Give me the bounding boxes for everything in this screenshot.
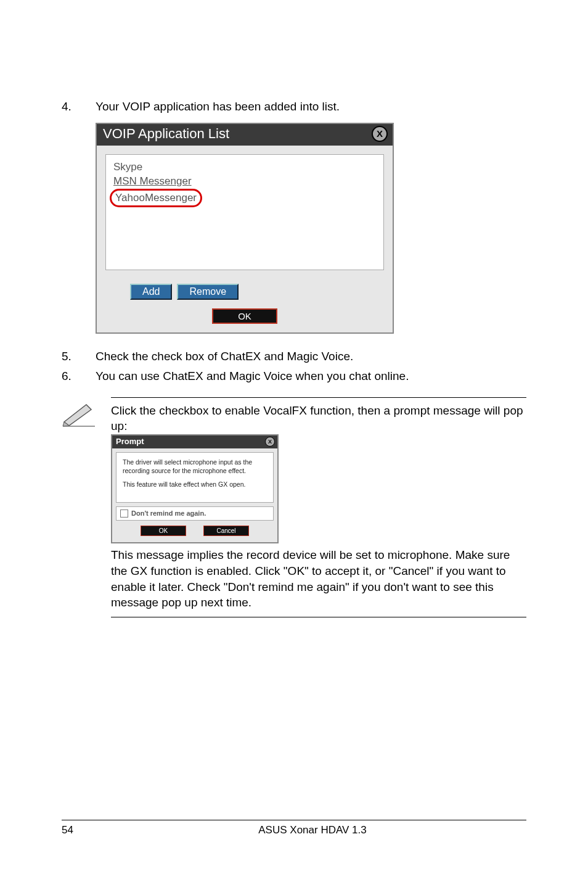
step-6-text: You can use ChatEX and Magic Voice when … [96,368,526,385]
step-6: 6. You can use ChatEX and Magic Voice wh… [62,368,526,385]
step-4-text: Your VOIP application has been added int… [96,99,526,115]
prompt-body: The driver will select microphone input … [112,448,277,543]
pencil-note-icon [62,397,97,617]
note-block: Click the checkbox to enable VocalFX fun… [62,397,526,617]
prompt-ok-button[interactable]: OK [141,526,186,537]
voip-dialog-body: Skype MSN Messenger YahooMessenger Add R… [97,146,393,332]
footer-title: ASUS Xonar HDAV 1.3 [99,824,526,836]
prompt-cancel-button[interactable]: Cancel [203,526,249,537]
dont-remind-label: Don't remind me again. [131,509,206,518]
list-item-highlighted[interactable]: YahooMessenger [110,189,202,207]
prompt-message-box: The driver will select microphone input … [116,452,274,503]
prompt-title: Prompt [116,436,144,447]
add-button[interactable]: Add [130,284,172,300]
voip-app-listbox[interactable]: Skype MSN Messenger YahooMessenger [105,154,384,270]
voip-dialog-titlebar: VOIP Application List X [97,124,393,146]
step-6-num: 6. [62,368,96,385]
ok-button[interactable]: OK [212,308,277,324]
prompt-dialog: Prompt X The driver will select micropho… [111,434,279,543]
dont-remind-checkbox[interactable] [120,510,128,518]
step-5: 5. Check the check box of ChatEX and Mag… [62,349,526,365]
note-content: Click the checkbox to enable VocalFX fun… [111,397,526,617]
page-footer: 54 ASUS Xonar HDAV 1.3 [62,820,526,836]
step-5-num: 5. [62,349,96,365]
page-number: 54 [62,824,99,836]
prompt-titlebar: Prompt X [112,435,277,448]
close-icon[interactable]: X [265,437,275,447]
remove-button[interactable]: Remove [177,284,239,300]
dont-remind-row[interactable]: Don't remind me again. [116,506,274,521]
note-text-before: Click the checkbox to enable VocalFX fun… [111,403,526,434]
prompt-msg-line1: The driver will select microphone input … [123,458,267,475]
prompt-msg-line2: This feature will take effect when GX op… [123,480,267,489]
voip-list-dialog: VOIP Application List X Skype MSN Messen… [96,123,394,334]
list-item[interactable]: MSN Messenger [113,174,376,189]
voip-dialog-title: VOIP Application List [103,126,229,142]
step-4-num: 4. [62,99,96,115]
note-text-after: This message implies the record device w… [111,547,526,611]
step-4: 4. Your VOIP application has been added … [62,99,526,115]
step-5-text: Check the check box of ChatEX and Magic … [96,349,526,365]
close-icon[interactable]: X [372,126,388,142]
list-item[interactable]: Skype [113,160,376,175]
